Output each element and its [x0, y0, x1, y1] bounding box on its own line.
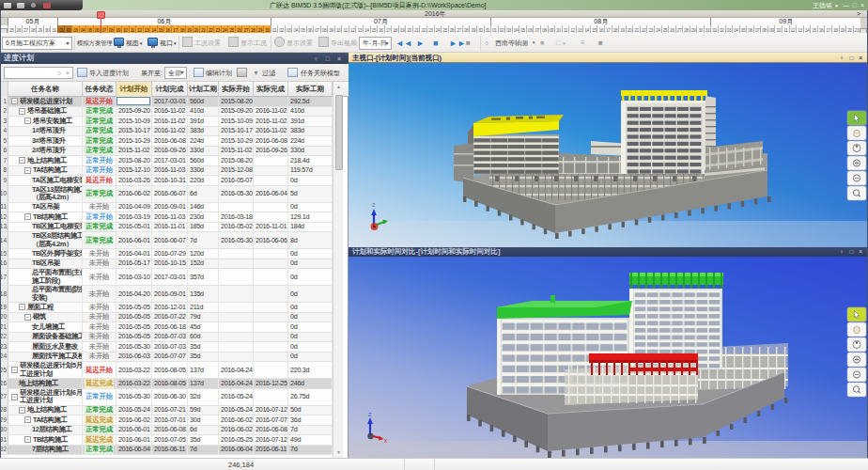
- svg-text:Y: Y: [389, 219, 392, 224]
- svg-text:X: X: [384, 439, 387, 444]
